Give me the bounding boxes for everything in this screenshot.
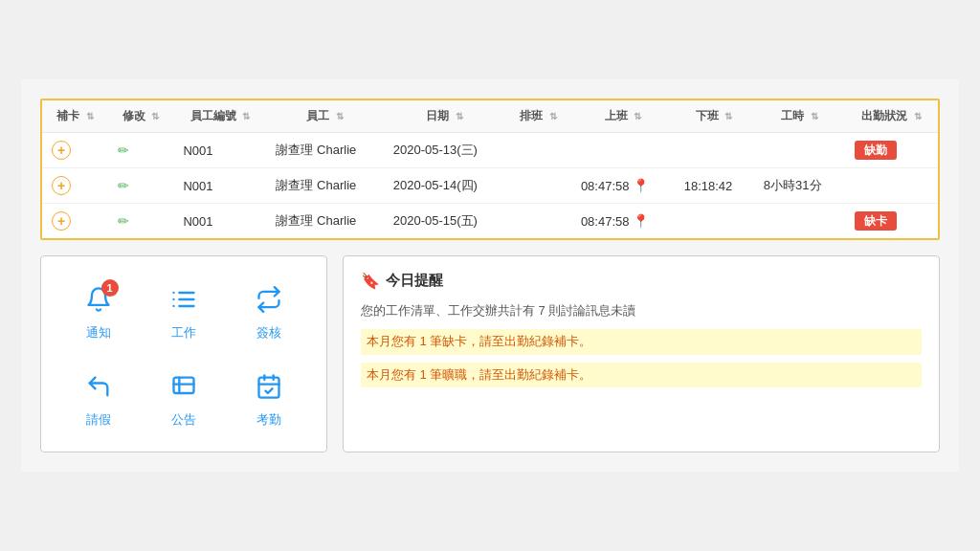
status-badge: 缺勤 [855,141,897,160]
cell-emp-name: 謝查理 Charlie [266,204,383,239]
nav-label-attendance: 考勤 [256,411,281,429]
nav-item-notice[interactable]: 1通知 [60,272,136,349]
cell-status: 缺勤 [845,133,938,168]
cell-hours [754,204,845,239]
location-pin-icon: 📍 [630,213,650,229]
nav-item-sign[interactable]: 簽核 [232,272,307,349]
cell-clock-out: 18:18:42 [675,168,754,204]
col-下班: 下班 ⇅ [675,100,754,133]
cell-date: 2020-05-14(四) [384,168,505,204]
cell-clock-in [571,133,675,168]
sort-icon-工時: ⇅ [811,111,818,121]
col-工時: 工時 ⇅ [754,100,845,133]
nav-item-work[interactable]: 工作 [145,272,221,349]
table-row: +✏N001謝查理 Charlie2020-05-14(四)08:47:58 📍… [42,168,938,204]
cell-emp-id: N001 [173,204,266,239]
sort-icon-下班: ⇅ [724,111,732,121]
nav-label-work: 工作 [171,324,196,342]
col-修改: 修改 ⇅ [108,100,174,133]
cell-date: 2020-05-13(三) [384,133,505,168]
reminder-items: 您的工作清單、工作交辦共計有 7 則討論訊息未讀本月您有 1 筆缺卡，請至出勤紀… [361,301,922,387]
sort-icon-修改: ⇅ [151,111,159,121]
edit-button[interactable]: ✏ [118,213,129,229]
nav-item-attendance[interactable]: 考勤 [232,359,307,436]
nav-grid: 1通知工作簽核請假公告考勤 [60,272,307,436]
cell-emp-name: 謝查理 Charlie [266,168,383,204]
cell-clock-in: 08:47:58 📍 [571,204,675,239]
cell-status: 缺卡 [845,204,938,239]
sort-icon-員工: ⇅ [336,111,344,121]
nav-icon-wrap-work [164,279,204,320]
cell-hours [754,133,845,168]
edit-button[interactable]: ✏ [118,143,129,158]
cell-emp-name: 謝查理 Charlie [266,133,383,168]
nav-icon-wrap-leave [78,366,119,407]
nav-item-announce[interactable]: 公告 [145,359,221,436]
add-card-button[interactable]: + [52,141,71,160]
attendance-table-container: 補卡 ⇅ 修改 ⇅ 員工編號 ⇅ 員工 ⇅ 日期 ⇅ 排班 ⇅ 上班 ⇅ 下班 … [40,99,940,240]
sort-icon-出勤狀況: ⇅ [914,111,922,121]
add-card-button[interactable]: + [52,176,71,195]
reminder-item: 您的工作清單、工作交辦共計有 7 則討論訊息未讀 [361,301,922,321]
svg-rect-9 [259,378,279,398]
cell-schedule [505,168,571,204]
bottom-panels: 1通知工作簽核請假公告考勤 🔖 今日提醒 您的工作清單、工作交辦共計有 7 則討… [40,255,940,452]
sort-icon-上班: ⇅ [634,111,641,121]
cell-edit: ✏ [108,168,174,204]
cell-emp-id: N001 [173,168,266,204]
bookmark-icon: 🔖 [361,272,380,290]
cell-add-card: + [42,168,108,204]
col-排班: 排班 ⇅ [505,100,571,133]
nav-icon-wrap-notice: 1 [78,279,119,320]
cell-status [845,168,938,204]
col-員工: 員工 ⇅ [266,100,383,133]
nav-icon-wrap-announce [164,366,204,407]
add-card-button[interactable]: + [52,211,71,231]
cell-schedule [505,204,571,239]
cell-add-card: + [42,204,108,239]
cell-add-card: + [42,133,108,168]
status-badge: 缺卡 [855,211,897,231]
sort-icon-排班: ⇅ [549,111,557,121]
cell-emp-id: N001 [173,133,266,168]
reminder-item: 本月您有 1 筆曠職，請至出勤紀錄補卡。 [361,363,922,388]
sort-icon-員工編號: ⇅ [242,111,250,121]
nav-icon-wrap-sign [249,279,289,320]
cell-date: 2020-05-15(五) [384,204,505,239]
col-上班: 上班 ⇅ [571,100,675,133]
nav-icon-wrap-attendance [249,366,289,407]
notification-badge: 1 [101,279,119,297]
reminder-title: 🔖 今日提醒 [361,272,922,290]
cell-schedule [505,133,571,168]
sort-icon-日期: ⇅ [456,111,463,121]
col-補卡: 補卡 ⇅ [42,100,108,133]
reminder-item: 本月您有 1 筆缺卡，請至出勤紀錄補卡。 [361,329,922,355]
reminder-title-text: 今日提醒 [386,272,443,290]
cell-clock-in: 08:47:58 📍 [571,168,675,204]
sort-icon-補卡: ⇅ [86,111,94,121]
col-日期: 日期 ⇅ [384,100,505,133]
col-出勤狀況: 出勤狀況 ⇅ [845,100,938,133]
edit-button[interactable]: ✏ [118,178,129,193]
nav-label-announce: 公告 [171,411,196,429]
nav-label-notice: 通知 [86,324,111,342]
nav-label-leave: 請假 [86,411,111,429]
location-pin-icon: 📍 [630,178,650,193]
table-row: +✏N001謝查理 Charlie2020-05-13(三)缺勤 [42,133,938,168]
nav-item-leave[interactable]: 請假 [60,359,136,436]
cell-edit: ✏ [108,204,174,239]
quick-nav-panel: 1通知工作簽核請假公告考勤 [40,255,327,452]
cell-hours: 8小時31分 [754,168,845,204]
attendance-table: 補卡 ⇅ 修改 ⇅ 員工編號 ⇅ 員工 ⇅ 日期 ⇅ 排班 ⇅ 上班 ⇅ 下班 … [42,100,938,238]
cell-clock-out [675,204,754,239]
reminder-panel: 🔖 今日提醒 您的工作清單、工作交辦共計有 7 則討論訊息未讀本月您有 1 筆缺… [343,255,940,452]
cell-clock-out [675,133,754,168]
cell-edit: ✏ [108,133,174,168]
table-row: +✏N001謝查理 Charlie2020-05-15(五)08:47:58 📍… [42,204,938,239]
nav-label-sign: 簽核 [256,324,281,342]
col-員工編號: 員工編號 ⇅ [173,100,266,133]
